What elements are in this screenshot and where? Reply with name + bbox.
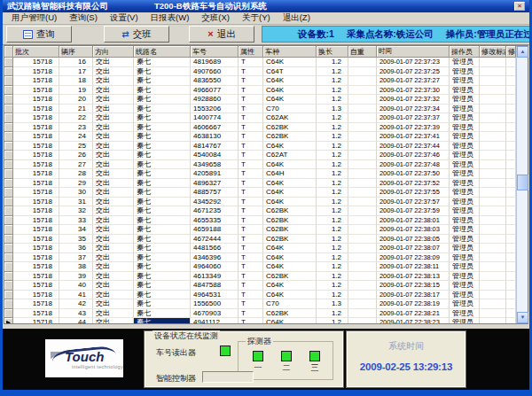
column-header-9[interactable]: 时间 xyxy=(377,46,450,58)
table-row[interactable]: 1571843交出秦七4670903TC62BK1.22009-01-07 22… xyxy=(4,309,516,319)
row-selector[interactable] xyxy=(4,272,13,282)
column-header-3[interactable]: 线路名 xyxy=(134,46,191,58)
close-icon[interactable]: × xyxy=(514,2,525,11)
row-selector[interactable] xyxy=(4,105,13,114)
row-selector[interactable] xyxy=(4,179,13,189)
query-button[interactable]: 查询 xyxy=(6,26,72,43)
table-row[interactable]: 1571826交出秦七4540084TC62AT1.22009-01-07 22… xyxy=(4,151,516,160)
row-selector[interactable] xyxy=(4,235,13,245)
table-row[interactable]: 1571825交出秦七4814767TC64K1.22009-01-07 22:… xyxy=(4,142,516,151)
cell: 33 xyxy=(59,216,93,226)
table-row[interactable]: 1571827交出秦七4349658TC64K1.22009-01-07 22:… xyxy=(4,160,516,170)
column-header-11[interactable]: 修改标志 xyxy=(480,46,506,58)
table-row[interactable]: 1571837交出秦七4346396TC64K1.22009-01-07 22:… xyxy=(4,253,516,263)
row-selector[interactable] xyxy=(4,67,13,77)
table-row[interactable]: 1571822交出秦七1400774TC62AK1.22009-01-07 22… xyxy=(4,113,516,123)
column-header-10[interactable]: 操作员 xyxy=(450,46,480,58)
menu-item-6[interactable]: 退出(Z) xyxy=(277,12,317,24)
table-row[interactable]: 1571820交出秦七4928860TC64K1.22009-01-07 22:… xyxy=(4,95,516,105)
column-header-1[interactable]: 辆序 xyxy=(59,46,93,58)
row-selector[interactable] xyxy=(4,188,13,198)
row-selector[interactable] xyxy=(4,262,13,272)
menu-item-0[interactable]: 用户管理(U) xyxy=(5,12,63,24)
table-row[interactable]: 1571816交出秦七4819689TC64K1.22009-01-07 22:… xyxy=(4,58,516,67)
table-row[interactable]: 1571834交出秦七4659188TC62BK1.22009-01-07 22… xyxy=(4,225,516,235)
column-header-0[interactable]: 批次 xyxy=(13,46,59,58)
table-row[interactable]: 1571832交出秦七4671235TC62BK1.22009-01-07 22… xyxy=(4,206,516,216)
cell: 4964531 xyxy=(191,291,239,300)
row-marker-icon[interactable]: ▶ xyxy=(4,318,13,323)
table-row[interactable]: 1571836交出秦七4481566TC64K1.22009-01-07 22:… xyxy=(4,244,516,253)
column-header-4[interactable]: 车号 xyxy=(191,46,239,58)
detector-led-label-1: 二 xyxy=(283,362,291,374)
exit-button[interactable]: × 退出 xyxy=(189,26,254,43)
row-selector[interactable] xyxy=(4,309,13,319)
row-selector[interactable] xyxy=(4,76,13,86)
row-selector[interactable] xyxy=(4,244,13,253)
row-selector[interactable] xyxy=(4,113,13,123)
table-row[interactable]: 1571817交出秦七4907660TC64T1.22009-01-07 22:… xyxy=(4,67,516,77)
row-selector[interactable] xyxy=(4,216,13,226)
cell: 15718 xyxy=(13,95,59,105)
table-row[interactable]: 1571819交出秦七4966077TC64K1.22009-01-07 22:… xyxy=(4,86,516,96)
cell: C64H xyxy=(263,169,317,179)
scroll-up-icon[interactable]: ▲ xyxy=(517,46,528,58)
scrollbar-thumb[interactable] xyxy=(517,175,528,190)
cell: 2009-01-07 22:37:41 xyxy=(377,132,450,142)
table-row[interactable]: 1571842交出秦七1556500TC701.32009-01-07 22:3… xyxy=(4,299,516,309)
column-header-5[interactable]: 属性 xyxy=(239,46,263,58)
menu-item-3[interactable]: 日报表(W) xyxy=(145,12,196,24)
table-row[interactable]: 1571831交出秦七4345292TC64K1.22009-01-07 22:… xyxy=(4,198,516,207)
table-row[interactable]: 1571838交出秦七4964060TC64K1.22009-01-07 22:… xyxy=(4,262,516,272)
row-selector[interactable] xyxy=(4,281,13,291)
table-row[interactable]: 1571839交出秦七4613349TC62BK1.22009-01-07 22… xyxy=(4,272,516,282)
table-row[interactable]: 1571828交出秦七4205891TC64H1.22009-01-07 22:… xyxy=(4,169,516,179)
column-header-7[interactable]: 换长 xyxy=(317,46,348,58)
table-row[interactable]: 1571824交出秦七4638130TC62BK1.22009-01-07 22… xyxy=(4,132,516,142)
table-row[interactable]: 1571841交出秦七4964531TC64K1.22009-01-07 22:… xyxy=(4,291,516,300)
table-row[interactable]: 1571830交出秦七4885757TC64K1.22009-01-07 22:… xyxy=(4,188,516,198)
row-selector[interactable] xyxy=(4,86,13,96)
cell: C64K xyxy=(263,142,317,151)
row-selector[interactable] xyxy=(4,291,13,300)
row-selector[interactable] xyxy=(4,58,13,67)
row-selector[interactable] xyxy=(4,206,13,216)
cell: 秦七 xyxy=(134,198,191,207)
table-row[interactable]: 1571840交出秦七4847588TC64K1.22009-01-07 22:… xyxy=(4,281,516,291)
menu-item-5[interactable]: 关于(Y) xyxy=(236,12,277,24)
row-selector[interactable] xyxy=(4,132,13,142)
row-selector[interactable] xyxy=(4,299,13,309)
table-row[interactable]: 1571833交出秦七4655335TC62BK1.22009-01-07 22… xyxy=(4,216,516,226)
table-row[interactable]: 1571821交出秦七1553206TC701.32009-01-07 22:3… xyxy=(4,105,516,114)
menu-item-2[interactable]: 设置(V) xyxy=(104,12,145,24)
table-row[interactable]: 1571823交出秦七4606667TC62BK1.22009-01-07 22… xyxy=(4,123,516,133)
row-selector[interactable] xyxy=(4,142,13,151)
row-selector[interactable] xyxy=(4,151,13,160)
table-row[interactable]: 1571835交出秦七4672444TC62BK1.22009-01-07 22… xyxy=(4,235,516,245)
cell: 管理员 xyxy=(450,76,480,86)
cell: C64K xyxy=(263,188,317,198)
vertical-scrollbar[interactable]: ▲ ▼ xyxy=(516,46,528,323)
column-header-2[interactable]: 方向 xyxy=(93,46,134,58)
shift-change-button[interactable]: ⇄ 交班 xyxy=(104,26,169,43)
row-selector[interactable] xyxy=(4,253,13,263)
row-selector[interactable] xyxy=(4,123,13,133)
cell: 1.2 xyxy=(317,188,348,198)
row-selector[interactable] xyxy=(4,95,13,105)
table-row[interactable]: 1571829交出秦七4896327TC64K1.22009-01-07 22:… xyxy=(4,179,516,189)
table-row[interactable]: ▶1571844交出秦七4941112TC64K1.22009-01-07 22… xyxy=(4,318,516,323)
row-selector[interactable] xyxy=(4,160,13,170)
smart-controller-field[interactable] xyxy=(202,371,254,383)
menu-item-4[interactable]: 交班(X) xyxy=(195,12,236,24)
cell: 2009-01-07 22:37:27 xyxy=(377,76,450,86)
column-header-8[interactable]: 自重 xyxy=(348,46,377,58)
row-selector[interactable] xyxy=(4,169,13,179)
scroll-down-icon[interactable]: ▼ xyxy=(517,312,528,323)
column-header-6[interactable]: 车种 xyxy=(263,46,317,58)
table-row[interactable]: 1571818交出秦七4836550TC64K1.22009-01-07 22:… xyxy=(4,76,516,86)
column-header-12[interactable]: 修改信息 xyxy=(506,46,516,58)
menu-item-1[interactable]: 查询(S) xyxy=(63,12,104,24)
row-selector[interactable] xyxy=(4,198,13,207)
cell: 交出 xyxy=(93,216,134,226)
row-selector[interactable] xyxy=(4,225,13,235)
